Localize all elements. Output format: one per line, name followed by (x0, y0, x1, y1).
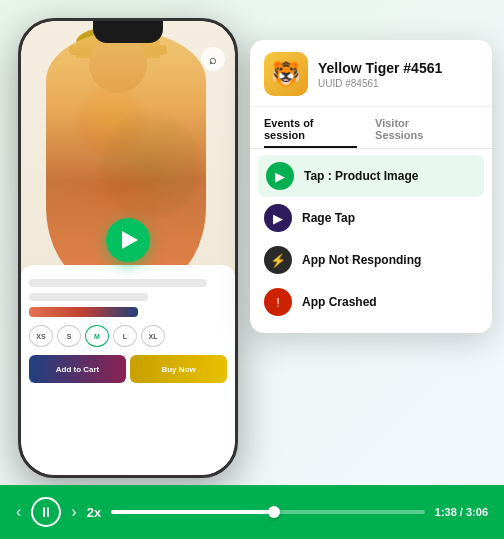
tab-visitor-sessions[interactable]: Visitor Sessions (375, 111, 460, 148)
skeleton-line-2 (29, 293, 148, 301)
play-button[interactable] (106, 218, 150, 262)
playback-progress-thumb[interactable] (268, 506, 280, 518)
phone-mockup: ⌕ (18, 18, 238, 478)
card-subtitle: UUID #84561 (318, 78, 442, 89)
card-header: 🐯 Yellow Tiger #4561 UUID #84561 (250, 40, 492, 107)
play-icon (122, 231, 138, 249)
size-m[interactable]: M (85, 325, 109, 347)
card-tabs: Events of session Visitor Sessions (250, 111, 492, 149)
phone-notch (93, 21, 163, 43)
event-label-crash: App Crashed (302, 295, 377, 309)
skeleton-line-1 (29, 279, 207, 287)
size-l[interactable]: L (113, 325, 137, 347)
size-buttons: XS S M L XL (29, 325, 227, 347)
event-label-rage: Rage Tap (302, 211, 355, 225)
skeleton-lines (29, 279, 227, 317)
playback-next-button[interactable]: › (71, 503, 76, 521)
add-to-cart-button[interactable]: Add to Cart (29, 355, 126, 383)
scene: ⌕ (0, 0, 504, 539)
session-events-list: ▶ Tap : Product Image ▶ Rage Tap ⚡ App N… (250, 149, 492, 325)
event-label-tap: Tap : Product Image (304, 169, 418, 183)
card-header-text: Yellow Tiger #4561 UUID #84561 (318, 60, 442, 89)
phone-bottom-content: XS S M L XL Add to Cart Buy Now (21, 265, 235, 475)
tab-events-of-session[interactable]: Events of session (264, 111, 357, 148)
info-card: 🐯 Yellow Tiger #4561 UUID #84561 Events … (250, 40, 492, 333)
event-icon-rage: ▶ (264, 204, 292, 232)
playback-pause-button[interactable]: ⏸ (31, 497, 61, 527)
event-app-not-responding[interactable]: ⚡ App Not Responding (250, 239, 492, 281)
card-title: Yellow Tiger #4561 (318, 60, 442, 76)
event-label-anr: App Not Responding (302, 253, 421, 267)
playback-time: 1:38 / 3:06 (435, 506, 488, 518)
size-s[interactable]: S (57, 325, 81, 347)
skeleton-colored (29, 307, 138, 317)
pause-icon: ⏸ (39, 504, 53, 520)
phone-screen: ⌕ (21, 21, 235, 475)
playback-progress-bar[interactable] (111, 510, 425, 514)
event-icon-tap: ▶ (266, 162, 294, 190)
size-xs[interactable]: XS (29, 325, 53, 347)
phone-top-bar: ⌕ (201, 47, 225, 71)
event-app-crashed[interactable]: ! App Crashed (250, 281, 492, 323)
buy-now-button[interactable]: Buy Now (130, 355, 227, 383)
event-icon-crash: ! (264, 288, 292, 316)
playback-progress-fill (111, 510, 274, 514)
playback-speed[interactable]: 2x (87, 505, 101, 520)
event-tap-product-image[interactable]: ▶ Tap : Product Image (258, 155, 484, 197)
event-rage-tap[interactable]: ▶ Rage Tap (250, 197, 492, 239)
search-icon[interactable]: ⌕ (201, 47, 225, 71)
playback-prev-button[interactable]: ‹ (16, 503, 21, 521)
action-buttons: Add to Cart Buy Now (29, 355, 227, 383)
tiger-avatar: 🐯 (264, 52, 308, 96)
event-icon-anr: ⚡ (264, 246, 292, 274)
size-xl[interactable]: XL (141, 325, 165, 347)
playback-bar: ‹ ⏸ › 2x 1:38 / 3:06 (0, 485, 504, 539)
